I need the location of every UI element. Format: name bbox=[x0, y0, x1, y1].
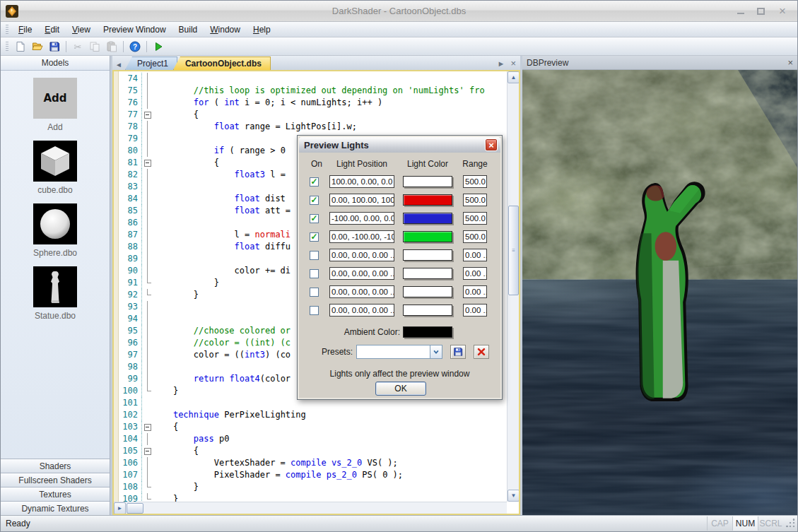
tab-scroll-left-icon[interactable]: ◄ bbox=[114, 61, 125, 70]
tab-close-icon[interactable]: × bbox=[510, 58, 516, 69]
light-7-range-field[interactable]: 0.00 .. bbox=[463, 285, 487, 298]
dialog-close-icon[interactable]: × bbox=[485, 138, 498, 151]
open-file-icon bbox=[32, 41, 43, 52]
light-5-position-field[interactable]: 0.00, 0.00, 0.00 .. bbox=[329, 249, 394, 261]
scroll-right-icon[interactable]: ► bbox=[114, 502, 126, 514]
save-preset-button[interactable] bbox=[450, 345, 466, 359]
copy-button[interactable] bbox=[86, 39, 103, 54]
menu-item-help[interactable]: Help bbox=[247, 23, 277, 36]
light-6-position-field[interactable]: 0.00, 0.00, 0.00 .. bbox=[329, 267, 394, 280]
maximize-button[interactable] bbox=[757, 8, 765, 15]
sidebar-tab-shaders[interactable]: Shaders bbox=[1, 459, 110, 473]
cut-button[interactable]: ✂ bbox=[69, 39, 86, 54]
vertical-scroll-thumb[interactable]: ≡ bbox=[508, 206, 519, 295]
model-item-statue-dbo[interactable]: Statue.dbo bbox=[1, 266, 110, 321]
preview-close-icon[interactable]: × bbox=[787, 57, 793, 68]
light-6-color-swatch[interactable] bbox=[403, 268, 452, 279]
light-1-color-swatch[interactable] bbox=[403, 176, 452, 187]
toolbar-drag-handle[interactable] bbox=[6, 42, 8, 52]
light-5-range-field[interactable]: 0.00 .. bbox=[463, 249, 487, 261]
new-document-button[interactable] bbox=[12, 39, 29, 54]
scroll-down-icon[interactable]: ▼ bbox=[507, 490, 520, 502]
model-item-cube-dbo[interactable]: cube.dbo bbox=[1, 141, 110, 195]
light-4-position-field[interactable]: 0.00, -100.00, -10 bbox=[329, 230, 394, 243]
tab-label: Project1 bbox=[137, 59, 168, 69]
open-file-button[interactable] bbox=[29, 39, 46, 54]
model-item-sphere-dbo[interactable]: Sphere.dbo bbox=[1, 203, 110, 258]
resize-grip[interactable] bbox=[786, 519, 796, 528]
light-8-color-swatch[interactable] bbox=[403, 305, 452, 316]
light-1-range-field[interactable]: 500.0 bbox=[463, 175, 487, 188]
menu-item-edit[interactable]: Edit bbox=[38, 23, 66, 36]
light-5-color-swatch[interactable] bbox=[403, 249, 452, 261]
light-3-enabled-checkbox[interactable]: ✓ bbox=[310, 214, 319, 223]
light-8-position-field[interactable]: 0.00, 0.00, 0.00 .. bbox=[329, 304, 394, 317]
menu-item-window[interactable]: Window bbox=[204, 23, 247, 36]
light-5-enabled-checkbox[interactable] bbox=[310, 251, 319, 260]
sidebar-tab-fullscreen-shaders[interactable]: Fullscreen Shaders bbox=[1, 473, 110, 487]
line-number: 96 bbox=[119, 337, 142, 349]
line-number: 79 bbox=[119, 133, 142, 145]
line-number: 105 bbox=[119, 445, 142, 457]
light-7-enabled-checkbox[interactable] bbox=[310, 288, 319, 297]
light-3-range-field[interactable]: 500.0 bbox=[463, 212, 487, 225]
light-1-enabled-checkbox[interactable]: ✓ bbox=[310, 177, 319, 187]
model-item-add[interactable]: AddAdd bbox=[1, 78, 110, 132]
chevron-down-icon[interactable] bbox=[430, 345, 442, 358]
minimize-button[interactable] bbox=[737, 8, 744, 14]
save-button[interactable] bbox=[46, 39, 63, 54]
sidebar-tab-textures[interactable]: Textures bbox=[1, 487, 110, 501]
light-8-enabled-checkbox[interactable] bbox=[310, 306, 319, 315]
light-7-color-swatch[interactable] bbox=[403, 286, 452, 297]
code-text: { bbox=[153, 109, 507, 121]
fold-marker[interactable] bbox=[142, 109, 153, 121]
fold-marker[interactable] bbox=[142, 421, 153, 433]
light-4-enabled-checkbox[interactable]: ✓ bbox=[310, 232, 319, 242]
light-2-range-field[interactable]: 500.0 bbox=[463, 194, 487, 206]
ambient-color-swatch[interactable] bbox=[403, 326, 452, 338]
fold-marker[interactable] bbox=[142, 157, 153, 169]
tab-project1[interactable]: Project1 bbox=[125, 57, 177, 70]
menu-item-view[interactable]: View bbox=[66, 23, 97, 36]
menu-drag-handle[interactable] bbox=[6, 25, 8, 35]
run-button[interactable] bbox=[150, 39, 167, 54]
menu-item-build[interactable]: Build bbox=[172, 23, 204, 36]
light-4-range-field[interactable]: 500.0 bbox=[463, 230, 487, 243]
light-2-color-swatch[interactable] bbox=[403, 194, 452, 206]
close-button[interactable]: × bbox=[778, 6, 787, 16]
ok-button[interactable]: OK bbox=[375, 382, 426, 396]
tab-cartoonobject-dbs[interactable]: CartoonObject.dbs bbox=[173, 57, 271, 70]
horizontal-scrollbar[interactable]: ◄ ► bbox=[114, 502, 507, 514]
light-2-enabled-checkbox[interactable]: ✓ bbox=[310, 196, 319, 205]
light-6-range-field[interactable]: 0.00 .. bbox=[463, 267, 487, 280]
dialog-title-bar[interactable]: Preview Lights × bbox=[299, 137, 500, 153]
fold-marker[interactable] bbox=[142, 445, 153, 457]
light-3-color-swatch[interactable] bbox=[403, 213, 452, 224]
scroll-up-icon[interactable]: ▲ bbox=[507, 71, 520, 83]
light-3-position-field[interactable]: -100.00, 0.00, 0.0 bbox=[329, 212, 394, 225]
light-2-position-field[interactable]: 0.00, 100.00, 100 bbox=[329, 194, 394, 206]
horizontal-scroll-thumb[interactable] bbox=[127, 503, 143, 514]
paste-button[interactable] bbox=[103, 39, 120, 54]
fold-marker bbox=[142, 397, 153, 409]
light-1-position-field[interactable]: 100.00, 0.00, 0.0 bbox=[329, 175, 394, 188]
sidebar-tab-dynamic-textures[interactable]: Dynamic Textures bbox=[1, 501, 110, 515]
light-6-enabled-checkbox[interactable] bbox=[310, 269, 319, 278]
light-7-position-field[interactable]: 0.00, 0.00, 0.00 .. bbox=[329, 285, 394, 298]
vertical-scrollbar[interactable]: ▲ ≡ ▼ bbox=[507, 71, 519, 502]
fold-marker bbox=[142, 481, 153, 493]
delete-icon bbox=[476, 347, 486, 357]
fold-marker bbox=[142, 325, 153, 337]
light-8-range-field[interactable]: 0.00 .. bbox=[463, 304, 487, 317]
fold-marker bbox=[142, 97, 153, 109]
tab-scroll-right-icon[interactable]: ► bbox=[498, 59, 505, 68]
presets-dropdown[interactable] bbox=[356, 345, 442, 359]
help-button[interactable]: ? bbox=[127, 39, 143, 54]
delete-preset-button[interactable] bbox=[474, 345, 489, 359]
light-row-1: ✓100.00, 0.00, 0.0500.0 bbox=[299, 172, 500, 191]
menu-item-file[interactable]: File bbox=[12, 23, 38, 36]
menu-item-preview-window[interactable]: Preview Window bbox=[97, 23, 172, 36]
preview-viewport[interactable] bbox=[522, 70, 797, 515]
light-4-color-swatch[interactable] bbox=[403, 231, 452, 242]
fold-marker bbox=[142, 373, 153, 385]
